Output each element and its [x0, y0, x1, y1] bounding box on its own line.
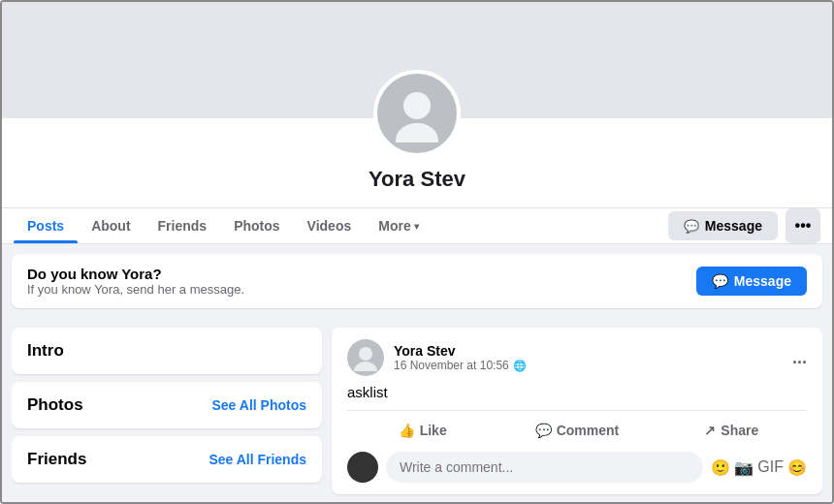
- post-content-1: asklist: [347, 384, 807, 400]
- emoji-icon[interactable]: 🙂: [711, 458, 730, 477]
- know-yora-card: Do you know Yora? If you know Yora, send…: [12, 254, 822, 308]
- like-icon: 👍: [399, 423, 415, 438]
- intro-title: Intro: [27, 341, 306, 361]
- know-text: Do you know Yora? If you know Yora, send…: [27, 266, 244, 297]
- like-button-1[interactable]: 👍 Like: [347, 417, 497, 444]
- gif-icon[interactable]: GIF: [757, 458, 784, 477]
- comment-input-1[interactable]: [386, 452, 703, 483]
- post-actions-1: 👍 Like 💬 Comment ↗ Share: [347, 410, 807, 444]
- tab-posts[interactable]: Posts: [14, 208, 78, 243]
- commenter-avatar-1: [347, 452, 378, 483]
- svg-point-0: [403, 92, 431, 119]
- photos-card: Photos See All Photos: [12, 382, 322, 428]
- post-card-1: Yora Stev 16 November at 10:56 🌐 ... ask…: [332, 328, 822, 494]
- chevron-down-icon: ▾: [414, 221, 419, 232]
- comment-button-1[interactable]: 💬 Comment: [501, 417, 652, 444]
- comment-emoji-icons: 🙂 📷 GIF 😊: [711, 458, 807, 477]
- post-time-1: 16 November at 10:56 🌐: [394, 359, 783, 372]
- comment-icon: 💬: [535, 423, 552, 438]
- friends-row: Friends See All Friends: [27, 450, 306, 469]
- post-header-1: Yora Stev 16 November at 10:56 🌐 ...: [347, 339, 807, 376]
- see-all-friends-link[interactable]: See All Friends: [208, 452, 306, 467]
- messenger-icon: 💬: [684, 219, 699, 234]
- post-avatar-person-icon: [352, 344, 379, 371]
- message-button-outline[interactable]: 💬 Message: [668, 211, 778, 240]
- tab-photos[interactable]: Photos: [220, 208, 293, 243]
- svg-point-2: [359, 347, 372, 361]
- camera-icon[interactable]: 📷: [734, 458, 754, 477]
- tab-videos[interactable]: Videos: [294, 208, 366, 243]
- profile-nav: Posts About Friends Photos Videos More ▾…: [2, 208, 832, 244]
- profile-avatar-wrap: [373, 70, 461, 157]
- profile-avatar[interactable]: [373, 70, 461, 157]
- more-options-button[interactable]: •••: [786, 208, 820, 243]
- right-feed: Yora Stev 16 November at 10:56 🌐 ... ask…: [332, 328, 822, 504]
- svg-point-1: [396, 123, 438, 142]
- see-all-photos-link[interactable]: See All Photos: [211, 397, 306, 413]
- svg-point-3: [354, 362, 377, 371]
- photos-title: Photos: [27, 395, 83, 415]
- tab-more[interactable]: More ▾: [365, 208, 432, 243]
- person-silhouette-icon: [388, 84, 446, 142]
- post-meta-1: Yora Stev 16 November at 10:56 🌐: [394, 343, 783, 372]
- cover-photo: [2, 2, 832, 118]
- profile-name: Yora Stev: [2, 167, 832, 192]
- tab-about[interactable]: About: [78, 208, 144, 243]
- know-message-button[interactable]: 💬 Message: [696, 267, 807, 296]
- know-subtext: If you know Yora, send her a message.: [27, 282, 244, 297]
- share-icon: ↗: [704, 423, 716, 438]
- post-options-button-1[interactable]: ...: [792, 348, 807, 368]
- globe-icon-1: 🌐: [513, 360, 527, 372]
- left-sidebar: Intro Photos See All Photos Friends See …: [12, 328, 322, 504]
- photos-row: Photos See All Photos: [27, 395, 306, 415]
- messenger-fill-icon: 💬: [712, 273, 728, 289]
- comment-box-1: 🙂 📷 GIF 😊: [347, 444, 807, 483]
- post-author-1[interactable]: Yora Stev: [394, 343, 783, 359]
- dots-icon: •••: [795, 217, 812, 235]
- friends-card: Friends See All Friends: [12, 436, 322, 483]
- know-heading: Do you know Yora?: [27, 266, 244, 282]
- post-avatar-1: [347, 339, 384, 376]
- share-button-1[interactable]: ↗ Share: [657, 417, 807, 444]
- friends-title: Friends: [27, 450, 86, 469]
- tab-friends[interactable]: Friends: [144, 208, 221, 243]
- sticker-icon[interactable]: 😊: [787, 458, 807, 477]
- intro-card: Intro: [12, 328, 322, 374]
- nav-actions: 💬 Message •••: [668, 208, 820, 243]
